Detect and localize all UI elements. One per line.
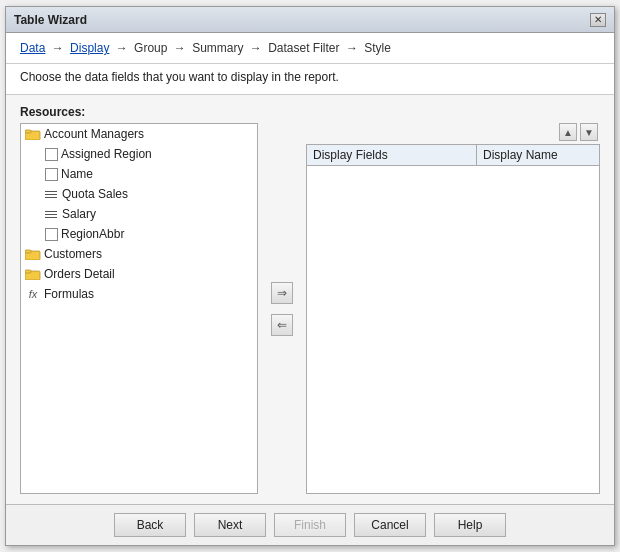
child-label-salary: Salary	[62, 207, 96, 221]
finish-button[interactable]: Finish	[274, 513, 346, 537]
checkbox-icon-assigned-region	[45, 148, 58, 161]
move-left-button[interactable]: ⇐	[271, 314, 293, 336]
tree-child-region-abbr[interactable]: RegionAbbr	[21, 224, 257, 244]
checkbox-icon-region-abbr	[45, 228, 58, 241]
tree-child-name[interactable]: Name	[21, 164, 257, 184]
move-up-button[interactable]: ▲	[559, 123, 577, 141]
title-bar: Table Wizard ✕	[6, 7, 614, 33]
tree-folder-account-managers[interactable]: Account Managers	[21, 124, 257, 144]
close-button[interactable]: ✕	[590, 13, 606, 27]
footer: Back Next Finish Cancel Help	[6, 504, 614, 545]
child-label-assigned-region: Assigned Region	[61, 147, 152, 161]
breadcrumb-arrow-3: →	[174, 41, 189, 55]
display-fields-wrapper: ▲ ▼ Display Fields Display Name	[306, 123, 600, 494]
folder-label-orders-detail: Orders Detail	[44, 267, 115, 281]
main-content: Resources: Account Managers	[6, 95, 614, 504]
child-label-quota-sales: Quota Sales	[62, 187, 128, 201]
breadcrumb-data[interactable]: Data	[20, 41, 45, 55]
tree-folder-formulas[interactable]: fx Formulas	[21, 284, 257, 304]
description: Choose the data fields that you want to …	[6, 64, 614, 95]
display-fields-col-header: Display Fields	[307, 145, 477, 165]
move-right-button[interactable]: ⇒	[271, 282, 293, 304]
breadcrumb-summary: Summary	[192, 41, 243, 55]
folder-label-formulas: Formulas	[44, 287, 94, 301]
tree-child-assigned-region[interactable]: Assigned Region	[21, 144, 257, 164]
child-label-name: Name	[61, 167, 93, 181]
back-button[interactable]: Back	[114, 513, 186, 537]
svg-rect-3	[25, 250, 31, 253]
folder-label-customers: Customers	[44, 247, 102, 261]
display-name-col-header: Display Name	[477, 145, 599, 165]
move-down-button[interactable]: ▼	[580, 123, 598, 141]
breadcrumb-arrow-2: →	[116, 41, 131, 55]
folder-icon-customers	[25, 248, 41, 260]
resources-tree: Account Managers Assigned Region Name	[20, 123, 258, 494]
breadcrumb-display[interactable]: Display	[70, 41, 109, 55]
tree-child-quota-sales[interactable]: Quota Sales	[21, 184, 257, 204]
display-fields-header-row: Display Fields Display Name	[307, 145, 599, 166]
svg-rect-5	[25, 270, 31, 273]
tree-folder-orders-detail[interactable]: Orders Detail	[21, 264, 257, 284]
breadcrumb: Data → Display → Group → Summary → Datas…	[20, 41, 600, 55]
tree-child-salary[interactable]: Salary	[21, 204, 257, 224]
panels-row: Account Managers Assigned Region Name	[20, 123, 600, 494]
child-label-region-abbr: RegionAbbr	[61, 227, 124, 241]
dialog-title: Table Wizard	[14, 13, 87, 27]
breadcrumb-group: Group	[134, 41, 167, 55]
breadcrumb-arrow-1: →	[52, 41, 67, 55]
folder-icon-orders-detail	[25, 268, 41, 280]
next-button[interactable]: Next	[194, 513, 266, 537]
folder-icon-account-managers	[25, 128, 41, 140]
breadcrumb-style: Style	[364, 41, 391, 55]
transfer-arrows: ⇒ ⇐	[258, 123, 306, 494]
tree-folder-customers[interactable]: Customers	[21, 244, 257, 264]
sort-arrows: ▲ ▼	[306, 123, 600, 141]
breadcrumb-area: Data → Display → Group → Summary → Datas…	[6, 33, 614, 64]
folder-label-account-managers: Account Managers	[44, 127, 144, 141]
svg-rect-1	[25, 130, 31, 133]
display-fields-panel: Display Fields Display Name	[306, 144, 600, 494]
breadcrumb-arrow-4: →	[250, 41, 265, 55]
breadcrumb-dataset-filter: Dataset Filter	[268, 41, 339, 55]
table-wizard-dialog: Table Wizard ✕ Data → Display → Group → …	[5, 6, 615, 546]
breadcrumb-arrow-5: →	[346, 41, 361, 55]
display-fields-body	[307, 166, 599, 493]
cancel-button[interactable]: Cancel	[354, 513, 426, 537]
help-button[interactable]: Help	[434, 513, 506, 537]
lines-icon-salary	[45, 208, 59, 220]
resources-label: Resources:	[20, 105, 600, 119]
fx-icon-formulas: fx	[25, 288, 41, 300]
lines-icon-quota-sales	[45, 188, 59, 200]
checkbox-icon-name	[45, 168, 58, 181]
